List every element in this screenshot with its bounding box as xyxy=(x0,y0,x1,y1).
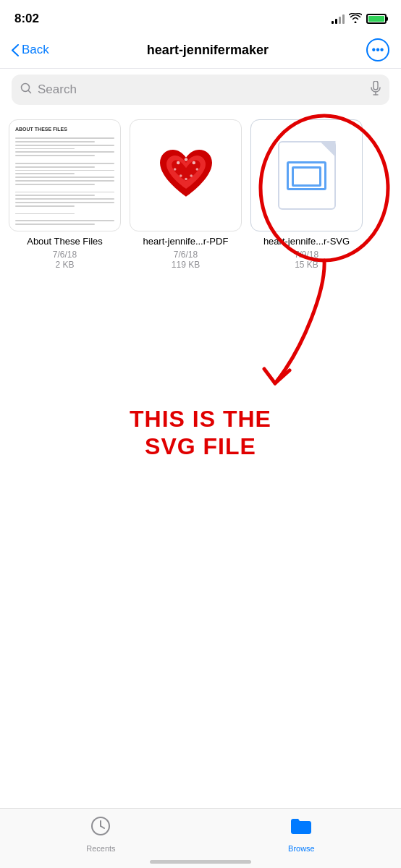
file-name-2: heart-jennife...r-PDF xyxy=(143,236,229,248)
svg-point-4 xyxy=(176,161,180,164)
tab-bar: Recents Browse xyxy=(0,808,401,868)
file-item[interactable]: ABOUT THESE FILES xyxy=(9,119,121,270)
status-time: 8:02 xyxy=(14,12,39,26)
more-button[interactable]: ••• xyxy=(366,38,389,61)
recents-label: Recents xyxy=(86,844,115,853)
file-date-1: 7/6/18 xyxy=(53,250,77,260)
file-item[interactable]: heart-jennife...r-PDF 7/6/18 119 KB xyxy=(130,119,242,270)
file-date-3: 7/9/18 xyxy=(295,250,318,260)
clock-icon xyxy=(90,816,111,841)
battery-icon xyxy=(366,14,387,24)
mic-icon xyxy=(371,81,381,98)
file-grid: ABOUT THESE FILES xyxy=(0,114,401,276)
status-icons xyxy=(332,13,387,25)
status-bar: 8:02 xyxy=(0,0,401,32)
search-icon xyxy=(20,82,32,97)
svg-point-11 xyxy=(185,177,187,180)
page-title: heart-jennifermaker xyxy=(147,43,269,58)
file-thumbnail-txt: ABOUT THESE FILES xyxy=(9,119,121,231)
file-thumbnail-svg xyxy=(250,119,363,231)
file-name-1: About These Files xyxy=(27,236,103,248)
svg-point-9 xyxy=(180,174,182,177)
svg-point-7 xyxy=(173,168,176,171)
file-date-2: 7/6/18 xyxy=(174,250,198,260)
annotation-text: THIS IS THE SVG FILE xyxy=(114,405,287,461)
svg-point-5 xyxy=(184,158,187,161)
file-thumbnail-pdf xyxy=(130,119,242,231)
file-size-2: 119 KB xyxy=(172,260,200,270)
svg-rect-1 xyxy=(373,81,378,90)
svg-point-10 xyxy=(190,174,193,177)
tab-recents[interactable]: Recents xyxy=(86,816,115,853)
search-bar[interactable]: Search xyxy=(12,75,389,105)
search-input[interactable]: Search xyxy=(38,82,365,97)
home-indicator xyxy=(150,860,251,864)
file-size-1: 2 KB xyxy=(55,260,74,270)
svg-point-8 xyxy=(195,168,198,171)
file-size-3: 15 KB xyxy=(295,260,318,270)
wifi-icon xyxy=(349,13,362,25)
doc-icon xyxy=(278,141,336,210)
file-item-svg[interactable]: heart-jennife...r-SVG 7/9/18 15 KB xyxy=(250,119,363,270)
back-button[interactable]: Back xyxy=(12,43,49,57)
navigation-bar: Back heart-jennifermaker ••• xyxy=(0,32,401,68)
tab-browse[interactable]: Browse xyxy=(288,816,315,853)
back-label: Back xyxy=(22,43,49,57)
svg-line-15 xyxy=(101,826,104,828)
ellipsis-icon: ••• xyxy=(372,43,384,56)
file-name-3: heart-jennife...r-SVG xyxy=(263,236,350,248)
search-container: Search xyxy=(0,69,401,114)
folder-icon xyxy=(290,816,313,841)
browse-label: Browse xyxy=(288,844,315,853)
signal-icon xyxy=(332,14,345,24)
svg-point-6 xyxy=(192,161,195,164)
